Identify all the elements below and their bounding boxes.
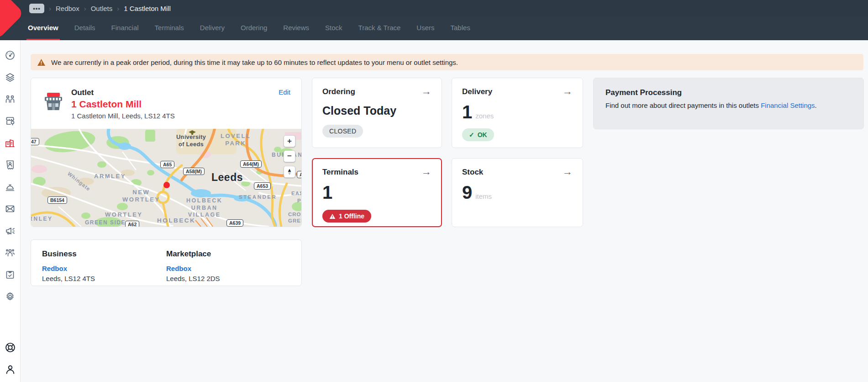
banner-text: We are currently in a peak order period,… — [51, 58, 458, 66]
road-badge: A65 — [160, 161, 174, 168]
tab-overview[interactable]: Overview — [26, 16, 60, 40]
tab-financial[interactable]: Financial — [110, 16, 140, 40]
terminals-count: 1 — [322, 182, 332, 202]
arrow-right-icon[interactable]: → — [563, 87, 573, 96]
arrow-right-icon[interactable]: → — [421, 87, 431, 96]
map-area-label: GREEN SIDE — [85, 219, 126, 226]
terminals-offline-badge: 1 Offline — [322, 210, 371, 223]
map-area-label: NEW WORTLEY — [122, 189, 160, 204]
marketplace-link[interactable]: Redbox — [166, 265, 191, 272]
payment-processing-card: Payment Processing Find out more about d… — [593, 78, 864, 129]
tab-ordering[interactable]: Ordering — [239, 16, 268, 40]
dashboard-gauge-icon[interactable] — [4, 49, 16, 62]
warning-triangle-icon — [37, 58, 46, 66]
map-city-label: Leeds — [211, 171, 243, 184]
ordering-card[interactable]: Ordering → Closed Today CLOSED — [312, 78, 442, 148]
road-badge: B6154 — [47, 196, 67, 204]
mail-icon[interactable] — [4, 202, 16, 215]
terminals-card[interactable]: Terminals → 1 1 Offline — [312, 158, 442, 227]
compass-down-icon: ▼ — [287, 172, 292, 175]
road-badge: 47 — [31, 138, 39, 145]
map-area-label: FARNLEY — [31, 216, 53, 223]
outlets-buildings-icon[interactable] — [4, 137, 16, 149]
map-area-label: WORTLEY — [105, 211, 143, 218]
peak-period-warning-banner: We are currently in a peak order period,… — [31, 54, 863, 70]
map-area-label: CROSS GREEN — [288, 211, 301, 224]
storefront-icon — [43, 92, 64, 112]
tab-tables[interactable]: Tables — [449, 16, 472, 40]
tab-delivery[interactable]: Delivery — [199, 16, 226, 40]
top-navbar: ••• › Redbox › Outlets › 1 Castleton Mil… — [0, 0, 868, 16]
road-badge: A653 — [254, 182, 271, 190]
tab-reviews[interactable]: Reviews — [282, 16, 310, 40]
delivery-card-title: Delivery — [462, 87, 492, 96]
tab-terminals[interactable]: Terminals — [153, 16, 185, 40]
map-area-label: HOLBECK — [157, 217, 195, 225]
map-zoom-in-button[interactable]: + — [284, 135, 295, 147]
tab-details[interactable]: Details — [73, 16, 97, 40]
account-person-icon[interactable] — [4, 363, 16, 376]
layers-icon[interactable] — [4, 71, 16, 84]
edit-outlet-link[interactable]: Edit — [279, 88, 290, 120]
ordering-card-title: Ordering — [322, 87, 355, 96]
map-location-marker — [163, 182, 170, 188]
stock-card-title: Stock — [462, 168, 483, 177]
breadcrumb-item-redbox[interactable]: Redbox — [56, 5, 79, 12]
arrow-right-icon[interactable]: → — [421, 168, 431, 176]
financial-settings-link[interactable]: Financial Settings — [761, 101, 815, 109]
chevron-right-icon: › — [84, 5, 86, 12]
tab-stock[interactable]: Stock — [324, 16, 344, 40]
sidebar-nav — [0, 40, 21, 382]
outlet-address: 1 Castleton Mill, Leeds, LS12 4TS — [71, 112, 175, 120]
marketplace-address: Leeds, LS12 2DS — [166, 275, 290, 282]
road-badge: A639 — [226, 219, 243, 227]
delivery-status-badge: ✓OK — [462, 128, 494, 141]
delivery-unit-label: zones — [475, 112, 494, 120]
map-canvas[interactable]: University of Leeds LOVELL PARK BURMANTO… — [31, 129, 301, 227]
settings-gear-icon[interactable] — [4, 290, 16, 303]
receipt-contact-icon[interactable] — [4, 159, 16, 171]
business-address: Leeds, LS12 4TS — [42, 275, 166, 282]
partners-icon[interactable] — [4, 93, 16, 106]
breadcrumb-menu-button[interactable]: ••• — [29, 4, 44, 13]
warning-triangle-icon — [329, 213, 336, 219]
ordering-status: Closed Today — [322, 104, 431, 117]
road-badge: A6 — [297, 171, 301, 178]
breadcrumb-item-current: 1 Castleton Mill — [124, 5, 171, 12]
map-zoom-out-button[interactable]: − — [284, 150, 295, 162]
breadcrumb-item-outlets[interactable]: Outlets — [91, 5, 113, 12]
payment-text: Find out more about direct payments in t… — [605, 101, 761, 109]
storefront-location-icon[interactable] — [4, 115, 16, 127]
road-badge: A62 — [125, 221, 139, 227]
team-icon[interactable] — [4, 246, 16, 259]
arrow-right-icon[interactable]: → — [563, 168, 573, 176]
megaphone-icon[interactable] — [4, 224, 16, 237]
map-area-label: University of Leeds — [176, 133, 206, 149]
delivery-zone-count: 1 — [462, 102, 472, 122]
map-area-label: STEANDER — [239, 194, 277, 200]
map-area-label: ARMLEY — [94, 173, 126, 180]
marketplace-title: Marketplace — [166, 249, 290, 259]
check-icon: ✓ — [469, 131, 474, 138]
stock-unit-label: items — [475, 192, 492, 200]
road-badge: A64(M) — [240, 160, 262, 168]
tab-bar: Overview Details Financial Terminals Del… — [0, 16, 868, 40]
terminals-card-title: Terminals — [322, 168, 358, 177]
main-content: We are currently in a peak order period,… — [21, 40, 868, 382]
breadcrumb: ••• › Redbox › Outlets › 1 Castleton Mil… — [29, 0, 171, 16]
delivery-card[interactable]: Delivery → 1zones ✓OK — [452, 78, 583, 148]
payment-text-end: . — [815, 101, 817, 109]
help-lifebuoy-icon[interactable] — [4, 341, 16, 354]
chevron-right-icon: › — [117, 5, 119, 12]
map-area-label: LOVELL PARK — [221, 133, 251, 148]
stock-count: 9 — [462, 182, 472, 202]
service-bell-icon[interactable] — [4, 180, 16, 193]
tab-users[interactable]: Users — [415, 16, 436, 40]
stock-card[interactable]: Stock → 9items — [452, 158, 583, 227]
tab-track-trace[interactable]: Track & Trace — [357, 16, 402, 40]
map-area-label: HOLBECK URBAN VILLAGE — [186, 197, 222, 219]
business-link[interactable]: Redbox — [42, 265, 67, 272]
map-compass-button[interactable]: ▲ ▼ — [284, 166, 295, 178]
tasks-clipboard-icon[interactable] — [4, 268, 16, 281]
outlet-name: 1 Castleton Mill — [71, 99, 175, 110]
